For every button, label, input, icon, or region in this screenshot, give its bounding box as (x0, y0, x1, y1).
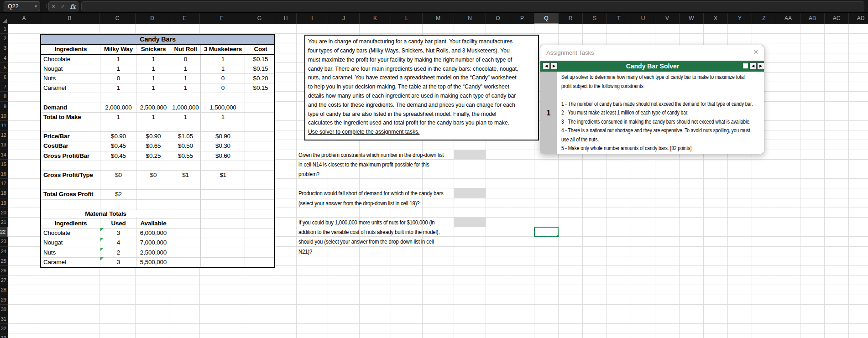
close-icon[interactable]: ✕ (753, 48, 758, 56)
fill-handle[interactable] (557, 235, 559, 238)
material-totals-title[interactable]: Material Totals (41, 210, 170, 217)
column-header-Y[interactable]: Y (728, 13, 752, 24)
ingredient-amount[interactable]: 1 (100, 56, 136, 62)
demand-value[interactable]: 1,000,000 (170, 104, 201, 111)
column-header-AD[interactable]: AD (849, 13, 868, 24)
cancel-icon[interactable]: ✕ (51, 3, 56, 10)
column-header-W[interactable]: W (680, 13, 704, 24)
column-header-C[interactable]: C (99, 13, 136, 24)
column-header-AA[interactable]: AA (776, 13, 800, 24)
column-header-E[interactable]: E (169, 13, 200, 24)
column-header-O[interactable]: O (486, 13, 510, 24)
row-header-13[interactable]: 13 (0, 140, 8, 150)
row-header-28[interactable]: 28 (0, 285, 8, 295)
dropdown-cell-N21[interactable] (454, 218, 486, 227)
total-gross-profit-value[interactable]: $2 (100, 191, 136, 198)
ingredient-amount[interactable]: 1 (136, 75, 170, 82)
row-header-24[interactable]: 24 (0, 247, 8, 256)
material-used[interactable]: 3 (100, 229, 136, 236)
candy-header-4[interactable]: 3 Musketeers (201, 46, 245, 52)
insert-function-icon[interactable]: fx (70, 3, 76, 10)
dropdown-cell-N14[interactable] (454, 150, 486, 159)
question-1-line[interactable]: Given the problem constraints which numb… (298, 151, 444, 158)
material-name[interactable]: Caramel (43, 259, 66, 265)
material-available[interactable]: 5,500,000 (136, 259, 170, 265)
cost-bar-label[interactable]: Cost/Bar (43, 142, 68, 149)
column-header-Q[interactable]: Q (534, 13, 559, 24)
row-header-12[interactable]: 12 (0, 130, 8, 140)
candy-header-3[interactable]: Nut Roll (170, 46, 201, 52)
material-used[interactable]: 3 (100, 259, 136, 265)
ingredient-amount[interactable]: 1 (136, 65, 170, 72)
prev-task-button-right[interactable]: ◀ (749, 62, 757, 70)
column-header-K[interactable]: K (360, 13, 391, 24)
row-header-25[interactable]: 25 (0, 256, 8, 266)
question-3-line[interactable]: addition to the variable cost of nuts al… (298, 229, 439, 235)
row-header-5[interactable]: 5 (0, 63, 8, 73)
ingredient-amount[interactable]: 1 (100, 65, 136, 72)
material-used[interactable]: 2 (100, 249, 136, 256)
question-2-line[interactable]: Production would fall short of demand fo… (298, 190, 443, 197)
price-bar-value[interactable]: $0.90 (201, 133, 245, 140)
gross-profit-type-label[interactable]: Gross Profit/Type (43, 172, 93, 178)
cost-bar-value[interactable]: $0.30 (201, 142, 245, 149)
column-header-R[interactable]: R (559, 13, 583, 24)
ingredient-amount[interactable]: 1 (170, 75, 201, 82)
ingredient-amount[interactable]: 1 (201, 56, 245, 62)
next-task-button[interactable]: ▶ (550, 62, 558, 70)
question-2-line[interactable]: (select your answer from the drop-down l… (298, 200, 419, 207)
question-3-line[interactable]: should you (select your answer from the … (298, 238, 434, 245)
total-to-make-value[interactable]: 1 (100, 114, 136, 120)
row-header-31[interactable]: 31 (0, 314, 8, 324)
problem-text-box[interactable]: You are in charge of manufacturing for a… (304, 35, 539, 140)
column-header-H[interactable]: H (275, 13, 297, 24)
column-header-L[interactable]: L (391, 13, 423, 24)
column-header-S[interactable]: S (583, 13, 607, 24)
ingredient-amount[interactable]: 1 (170, 65, 201, 72)
row-header-19[interactable]: 19 (0, 198, 8, 208)
row-header-22[interactable]: 22 (0, 227, 8, 237)
row-header-16[interactable]: 16 (0, 169, 8, 179)
gross-profit-type-value[interactable]: $0 (100, 172, 136, 178)
row-header-29[interactable]: 29 (0, 295, 8, 305)
material-name[interactable]: Nuts (43, 249, 56, 256)
row-header-6[interactable]: 6 (0, 73, 8, 82)
row-header-32[interactable]: 32 (0, 324, 8, 333)
demand-value[interactable]: 2,500,000 (136, 104, 170, 111)
stop-icon[interactable] (743, 63, 748, 68)
gross-profit-type-value[interactable]: $1 (201, 172, 245, 178)
row-header-9[interactable]: 9 (0, 102, 8, 111)
column-header-M[interactable]: M (423, 13, 454, 24)
cost-bar-value[interactable]: $0.65 (136, 142, 170, 149)
material-header-0[interactable]: Ingredients (41, 220, 100, 227)
row-header-10[interactable]: 10 (0, 111, 8, 121)
gross-profit-bar-value[interactable]: $0.60 (201, 152, 245, 159)
material-available[interactable]: 2,500,000 (136, 249, 170, 256)
column-header-B[interactable]: B (40, 13, 99, 24)
row-header-26[interactable]: 26 (0, 266, 8, 276)
chevron-down-icon[interactable]: ▾ (35, 2, 37, 11)
row-header-17[interactable]: 17 (0, 179, 8, 188)
column-header-AB[interactable]: AB (800, 13, 825, 24)
column-header-P[interactable]: P (510, 13, 534, 24)
cost-bar-value[interactable]: $0.45 (100, 142, 136, 149)
column-header-Z[interactable]: Z (752, 13, 776, 24)
total-to-make-value[interactable]: 1 (170, 114, 201, 120)
column-header-J[interactable]: J (328, 13, 360, 24)
column-header-V[interactable]: V (655, 13, 680, 24)
gross-profit-bar-value[interactable]: $0.25 (136, 152, 170, 159)
gross-profit-bar-value[interactable]: $0.55 (170, 152, 201, 159)
ingredient-amount[interactable]: 1 (136, 84, 170, 91)
question-3-line[interactable]: If you could buy 1,000,000 more units of… (298, 219, 434, 226)
ingredient-name[interactable]: Caramel (43, 84, 66, 91)
material-available[interactable]: 6,000,000 (136, 229, 170, 236)
column-header-G[interactable]: G (244, 13, 275, 24)
material-name[interactable]: Chocolate (43, 229, 70, 236)
formula-bar-input[interactable] (81, 1, 864, 11)
candy-header-1[interactable]: Milky Way (100, 46, 136, 52)
total-to-make-value[interactable]: 1 (201, 114, 245, 120)
ingredient-name[interactable]: Nougat (43, 65, 63, 72)
row-header-20[interactable]: 20 (0, 208, 8, 218)
prev-task-button[interactable]: ◀ (543, 62, 550, 70)
total-to-make-label[interactable]: Total to Make (43, 114, 81, 120)
